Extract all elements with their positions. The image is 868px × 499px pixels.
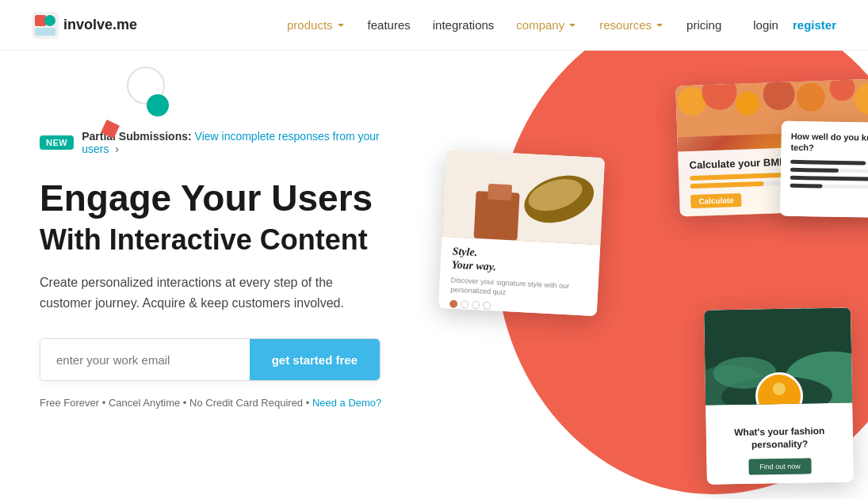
hero-subheadline: With Interactive Content bbox=[40, 223, 403, 257]
card-style-dots bbox=[449, 299, 585, 314]
register-link[interactable]: register bbox=[793, 18, 836, 32]
svg-rect-3 bbox=[35, 28, 55, 36]
need-demo-link[interactable]: Need a Demo? bbox=[312, 397, 381, 409]
nav-products[interactable]: products bbox=[287, 18, 346, 32]
card-quiz-bar2 bbox=[790, 167, 868, 173]
new-badge: NEW bbox=[40, 135, 74, 150]
card-quiz-title: How well do you know tech? bbox=[790, 131, 868, 155]
deco-teal-circle bbox=[147, 94, 169, 116]
nav-integrations[interactable]: integrations bbox=[433, 18, 495, 32]
email-input[interactable] bbox=[40, 339, 250, 380]
card-style: Style. Your way. Discover your signature… bbox=[438, 150, 604, 316]
logo-text: involve.me bbox=[63, 17, 137, 33]
hero-left: NEW Partial Submissions: View incomplete… bbox=[0, 51, 434, 499]
navigation: involve.me products features integration… bbox=[0, 0, 868, 51]
card-fashion-button[interactable]: Find out now bbox=[748, 458, 812, 474]
dot-4 bbox=[482, 301, 491, 310]
card-quiz-bar3 bbox=[790, 175, 868, 181]
card-fashion-content: What's your fashion personality? Find ou… bbox=[705, 402, 854, 484]
nav-company[interactable]: company bbox=[516, 18, 577, 32]
nav-pricing[interactable]: pricing bbox=[686, 18, 721, 32]
dot-2 bbox=[460, 300, 468, 309]
card-quiz: How well do you know tech? bbox=[780, 121, 868, 219]
nav-resources[interactable]: resources bbox=[599, 18, 664, 32]
hero-right: Calculate your BMI Calculate bbox=[434, 51, 869, 499]
svg-point-2 bbox=[44, 15, 55, 26]
logo[interactable]: involve.me bbox=[32, 12, 137, 39]
card-bmi-button[interactable]: Calculate bbox=[690, 193, 742, 208]
dot-1 bbox=[449, 299, 457, 308]
svg-rect-24 bbox=[767, 395, 790, 406]
card-quiz-bar4 bbox=[790, 183, 868, 189]
footer-note: Free Forever • Cancel Anytime • No Credi… bbox=[40, 397, 403, 409]
cta-button[interactable]: get started free bbox=[250, 339, 380, 380]
hero-section: NEW Partial Submissions: View incomplete… bbox=[0, 51, 868, 499]
card-style-content: Style. Your way. Discover your signature… bbox=[438, 237, 599, 316]
card-quiz-bar1 bbox=[790, 159, 868, 165]
svg-rect-16 bbox=[488, 184, 512, 201]
nav-features[interactable]: features bbox=[368, 18, 411, 32]
nav-auth: login register bbox=[753, 18, 836, 32]
login-link[interactable]: login bbox=[753, 18, 778, 32]
card-fashion-top bbox=[704, 307, 852, 405]
new-banner-text: Partial Submissions: View incomplete res… bbox=[82, 130, 402, 155]
card-quiz-content: How well do you know tech? bbox=[780, 121, 868, 219]
nav-links: products features integrations company r… bbox=[287, 18, 721, 32]
email-form: get started free bbox=[40, 338, 380, 381]
card-style-title: Style. Your way. bbox=[451, 245, 589, 279]
cards-container: Calculate your BMI Calculate bbox=[419, 74, 869, 499]
hero-headline: Engage Your Users bbox=[40, 177, 403, 219]
card-style-text: Discover your signature style with our p… bbox=[449, 275, 587, 302]
card-fashion-title: What's your fashion personality? bbox=[716, 425, 844, 452]
svg-rect-1 bbox=[35, 15, 46, 26]
hero-description: Create personalized interactions at ever… bbox=[40, 272, 388, 313]
card-fashion: What's your fashion personality? Find ou… bbox=[704, 307, 854, 484]
chevron-right-icon: › bbox=[115, 143, 119, 155]
new-banner: NEW Partial Submissions: View incomplete… bbox=[40, 130, 403, 155]
dot-3 bbox=[471, 301, 480, 310]
card-style-image bbox=[442, 150, 604, 245]
